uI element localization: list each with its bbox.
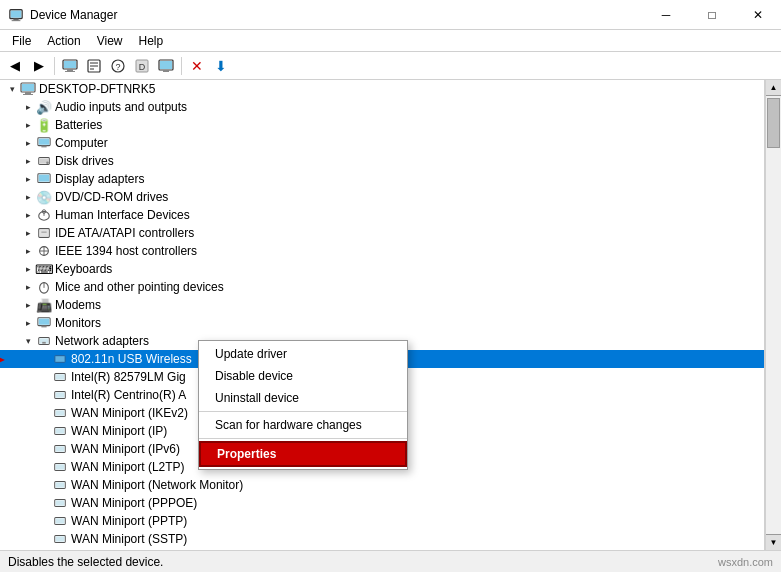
wifi-label: 802.11n USB Wireless — [71, 352, 764, 366]
svg-rect-18 — [163, 70, 169, 72]
context-menu-update[interactable]: Update driver — [199, 343, 407, 365]
expand-display[interactable] — [20, 170, 36, 188]
close-button[interactable]: ✕ — [735, 0, 781, 30]
batteries-label: Batteries — [55, 118, 764, 132]
expand-computer[interactable] — [20, 134, 36, 152]
tree-item-ieee1394[interactable]: IEEE 1394 host controllers — [0, 242, 764, 260]
expand-root[interactable] — [4, 80, 20, 98]
wanikev2-label: WAN Miniport (IKEv2) — [71, 406, 764, 420]
wanl2tp-icon — [52, 459, 68, 475]
ieee1394-label: IEEE 1394 host controllers — [55, 244, 764, 258]
computer-icon — [20, 81, 36, 97]
expand-hid[interactable] — [20, 206, 36, 224]
expand-ieee1394[interactable] — [20, 242, 36, 260]
svg-text:?: ? — [115, 62, 120, 72]
scrollbar[interactable]: ▲ ▼ — [765, 80, 781, 550]
ideata-icon — [36, 225, 52, 241]
window-controls: ─ □ ✕ — [643, 0, 781, 30]
wannetwork-label: WAN Miniport (Network Monitor) — [71, 478, 764, 492]
expand-audio[interactable] — [20, 98, 36, 116]
diskdrives-icon — [36, 153, 52, 169]
context-menu-properties[interactable]: Properties — [199, 441, 407, 467]
computer-button[interactable] — [59, 55, 81, 77]
tree-item-ideata[interactable]: IDE ATA/ATAPI controllers — [0, 224, 764, 242]
wanpptp-icon — [52, 513, 68, 529]
keyboards-label: Keyboards — [55, 262, 764, 276]
hid-icon — [36, 207, 52, 223]
batteries-icon: 🔋 — [36, 117, 52, 133]
tree-item-wansstp[interactable]: WAN Miniport (SSTP) — [0, 530, 764, 548]
show-hidden-button[interactable] — [155, 55, 177, 77]
wanipv6-label: WAN Miniport (IPv6) — [71, 442, 764, 456]
intel82579-label: Intel(R) 82579LM Gig — [71, 370, 764, 384]
tree-item-keyboards[interactable]: ⌨ Keyboards — [0, 260, 764, 278]
uninstall-button[interactable]: ✕ — [186, 55, 208, 77]
svg-rect-6 — [67, 69, 73, 71]
expand-mice[interactable] — [20, 278, 36, 296]
context-menu-sep2 — [199, 438, 407, 439]
expand-batteries[interactable] — [20, 116, 36, 134]
scroll-up[interactable]: ▲ — [766, 80, 781, 96]
title-bar-left: Device Manager — [0, 7, 117, 23]
diskdrives-label: Disk drives — [55, 154, 764, 168]
intelcentrino-icon — [52, 387, 68, 403]
expand-diskdrives[interactable] — [20, 152, 36, 170]
tree-item-root[interactable]: DESKTOP-DFTNRK5 — [0, 80, 764, 98]
tree-item-dvd[interactable]: 💿 DVD/CD-ROM drives — [0, 188, 764, 206]
scroll-thumb[interactable] — [767, 98, 780, 148]
display-icon — [36, 171, 52, 187]
networkadapters-label: Network adapters — [55, 334, 764, 348]
context-menu-uninstall[interactable]: Uninstall device — [199, 387, 407, 409]
scroll-down[interactable]: ▼ — [766, 534, 781, 550]
expand-ideata[interactable] — [20, 224, 36, 242]
tree-item-modems[interactable]: 📠 Modems — [0, 296, 764, 314]
svg-rect-30 — [39, 175, 50, 182]
tree-item-audio[interactable]: 🔊 Audio inputs and outputs — [0, 98, 764, 116]
tree-item-mice[interactable]: Mice and other pointing devices — [0, 278, 764, 296]
context-menu: Update driver Disable device Uninstall d… — [198, 340, 408, 470]
svg-rect-7 — [65, 71, 75, 72]
expand-dvd[interactable] — [20, 188, 36, 206]
wanl2tp-label: WAN Miniport (L2TP) — [71, 460, 764, 474]
tree-item-computer[interactable]: Computer — [0, 134, 764, 152]
tree-item-wanpptp[interactable]: WAN Miniport (PPTP) — [0, 512, 764, 530]
forward-button[interactable]: ▶ — [28, 55, 50, 77]
menu-view[interactable]: View — [89, 32, 131, 50]
menu-help[interactable]: Help — [131, 32, 172, 50]
driver-rollback-button[interactable]: D — [131, 55, 153, 77]
wifi-icon — [52, 351, 68, 367]
tree-item-wannetwork[interactable]: WAN Miniport (Network Monitor) — [0, 476, 764, 494]
expand-modems[interactable] — [20, 296, 36, 314]
context-menu-scan[interactable]: Scan for hardware changes — [199, 414, 407, 436]
tree-item-monitors[interactable]: Monitors — [0, 314, 764, 332]
ieee1394-icon — [36, 243, 52, 259]
menu-bar: File Action View Help — [0, 30, 781, 52]
computer-tree-icon — [36, 135, 52, 151]
scan-changes-button[interactable]: ⬇ — [210, 55, 232, 77]
back-button[interactable]: ◀ — [4, 55, 26, 77]
scroll-track — [766, 96, 781, 534]
expand-networkadapters[interactable] — [20, 332, 36, 350]
svg-rect-51 — [56, 374, 65, 379]
menu-file[interactable]: File — [4, 32, 39, 50]
wanipv6-icon — [52, 441, 68, 457]
device-tree[interactable]: DESKTOP-DFTNRK5 🔊 Audio inputs and outpu… — [0, 80, 765, 550]
dvd-label: DVD/CD-ROM drives — [55, 190, 764, 204]
window-title: Device Manager — [30, 8, 117, 22]
tree-item-batteries[interactable]: 🔋 Batteries — [0, 116, 764, 134]
status-text: Disables the selected device. — [8, 555, 163, 569]
wanip-icon — [52, 423, 68, 439]
tree-item-hid[interactable]: Human Interface Devices — [0, 206, 764, 224]
wanpptp-label: WAN Miniport (PPTP) — [71, 514, 764, 528]
maximize-button[interactable]: □ — [689, 0, 735, 30]
device-props-button[interactable] — [83, 55, 105, 77]
toolbar: ◀ ▶ ? D ✕ ⬇ — [0, 52, 781, 80]
update-driver-button[interactable]: ? — [107, 55, 129, 77]
menu-action[interactable]: Action — [39, 32, 88, 50]
minimize-button[interactable]: ─ — [643, 0, 689, 30]
tree-item-display[interactable]: Display adapters — [0, 170, 764, 188]
expand-monitors[interactable] — [20, 314, 36, 332]
tree-item-wanpppoe[interactable]: WAN Miniport (PPPOE) — [0, 494, 764, 512]
context-menu-disable[interactable]: Disable device — [199, 365, 407, 387]
tree-item-diskdrives[interactable]: Disk drives — [0, 152, 764, 170]
